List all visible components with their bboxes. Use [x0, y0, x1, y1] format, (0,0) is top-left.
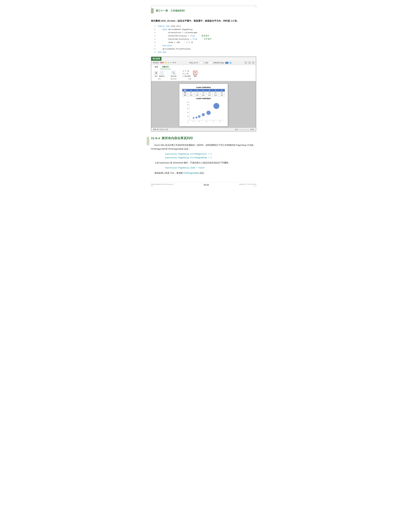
zoom-plus-icon[interactable]: + — [248, 128, 249, 131]
tab-print-preview[interactable]: 預覽列印 — [160, 65, 171, 69]
code-line-2: 2 With ActiveSheet.PageSetup — [152, 28, 256, 31]
show-margin-checkbox[interactable] — [182, 75, 184, 77]
code-text-6: .Zoom = 150 — [158, 41, 180, 44]
row-profit-5: 5000 — [212, 94, 219, 96]
row-profit-1: 1200 — [188, 94, 194, 96]
line-num-4: 4 — [152, 34, 156, 38]
next-page-button[interactable]: 下一頁 — [185, 70, 189, 72]
fit-pages-wide-ref: FitToPagesWide — [183, 172, 199, 174]
chart-title: 冰品銷售/天氣/獲利調查表 — [182, 98, 225, 100]
share-icon: 🌐 — [230, 62, 232, 64]
line-num-5: 5 — [152, 38, 156, 41]
row-profit-label: 獲利 — [182, 94, 188, 96]
close-preview-button[interactable]: 關閉 — [194, 75, 197, 77]
row-sales-2: 75 — [194, 91, 200, 94]
row-profit-4: 3200 — [206, 94, 212, 96]
page-icon: 📋 — [182, 70, 184, 72]
svg-text:400: 400 — [187, 104, 188, 105]
zoom-slider[interactable] — [239, 129, 248, 130]
group-label-preview: 預覽 — [188, 78, 191, 80]
restore-button[interactable]: □ — [248, 62, 251, 64]
bubble-2 — [196, 117, 197, 119]
row-profit-6: 7900 — [219, 94, 225, 96]
table-row-sales: 銷量 60 75 100 150 200 395 — [182, 91, 225, 94]
user-avatar: JH — [225, 62, 229, 64]
page-setup-button[interactable]: 📄 版面設定 — [159, 71, 165, 77]
group-label-print: 列印 — [158, 78, 161, 80]
svg-text:-100: -100 — [187, 122, 188, 122]
ribbon-btns-preview: 📋 下一頁 ⬆ 上一頁 顯示邊界 — [182, 70, 197, 77]
up-icon: ⬆ — [182, 72, 184, 75]
program-example-desc: ：設定水平置中、垂直置中、紙張是水平方向，列印是 1.5 倍。 — [175, 20, 239, 22]
code-line-5: 5 .CenterHorizontally = True ' 水平置中 — [152, 38, 256, 41]
prev-page-button[interactable]: 上一頁 — [184, 72, 188, 75]
svg-text:20: 20 — [199, 121, 200, 122]
body-text-1: Excel VBA 也允許將工作表所有內容濃縮在一頁列印，這時需要執行下列工作表… — [151, 143, 256, 151]
close-button[interactable]: × — [252, 62, 254, 64]
svg-text:300: 300 — [187, 108, 188, 109]
line-num-6: 6 — [152, 41, 156, 44]
page-info: 預覽: 第 1 頁 (共 1 頁) — [153, 128, 168, 131]
row-sales-4: 150 — [206, 91, 212, 94]
ribbon-group-zoom: 🔍 顯示比例 顯示比例 — [171, 71, 179, 80]
row-profit-2: 1500 — [194, 94, 200, 96]
search-box[interactable]: 🔍 搜尋 — [200, 62, 212, 64]
print-icon: 🖨 — [154, 71, 158, 75]
corner-tr — [253, 6, 256, 8]
toolbar-icons: 📁 ↩ ↪ — [165, 61, 172, 64]
table-header-5: 30 — [212, 89, 219, 91]
bubble-6 — [213, 103, 219, 109]
bubble-1 — [193, 117, 195, 119]
chart-area: 冰品銷售/天氣/獲利調查表 0 100 200 300 400 500 — [182, 98, 225, 124]
row-sales-6: 395 — [219, 91, 225, 94]
print-button[interactable]: 🖨 列印 — [154, 71, 158, 77]
corner-tl — [151, 6, 154, 8]
group-label-zoom: 顯示比例 — [171, 78, 176, 80]
minimize-button[interactable]: — — [245, 62, 247, 64]
code-text-4: .CenterVertically = True — [158, 34, 195, 38]
line-num-9: 9 — [152, 51, 156, 54]
zoom-icon: 🔍 — [172, 71, 176, 75]
user-name: JinKwei Hung — [213, 62, 224, 64]
tab-file[interactable]: 檔案 — [153, 65, 160, 69]
zoom-bar: 放大 + 100% — [235, 128, 254, 131]
line-num-7: 7 — [152, 44, 156, 48]
bubble-4 — [202, 113, 205, 116]
bubble-3 — [198, 115, 201, 118]
titlebar-right: — □ × — [245, 62, 254, 64]
code-text-9: End Sub — [158, 51, 166, 54]
line-num-8: 8 — [152, 48, 156, 51]
table-header-2: 15 — [194, 89, 200, 91]
code-line-4: 4 .CenterVertically = True ' 垂直置中 — [152, 34, 256, 38]
titlebar-left: 自動儲存 ●關閉 📁 ↩ ↪ ⚙ ▼ — [153, 61, 176, 64]
section-accent — [147, 137, 149, 145]
page-footer: D092-DM2425-C31-C40.indd 12 31-12 2024/3… — [151, 182, 256, 186]
code-line-fit-tall: expression.PageSetup.FitToPagesTall = 1 — [159, 152, 256, 156]
ribbon: 檔案 預覽列印 🖨 列印 📄 版面設定 — [151, 65, 256, 81]
code-line-7: 7 End With — [152, 44, 256, 48]
row-profit-3: 2000 — [200, 94, 206, 96]
code-text-3: .Orientation = xlLandscape — [158, 31, 197, 34]
ribbon-content: 🖨 列印 📄 版面設定 列印 🔍 — [153, 69, 254, 81]
svg-text:200: 200 — [187, 112, 188, 113]
table-title: 冰品銷售/天氣/獲利調查表 — [182, 87, 225, 88]
result-label: 執行結果 — [151, 57, 256, 61]
comment-4: ' 垂直置中 — [199, 34, 209, 38]
chapter-accent — [151, 8, 154, 13]
preview-page: 冰品銷售/天氣/獲利調查表 氣溫 10 15 20 25 30 35 — [180, 84, 228, 126]
table-header-4: 25 — [206, 89, 212, 91]
svg-text:500: 500 — [187, 102, 188, 103]
table-header-3: 20 — [200, 89, 206, 91]
code-section-1: expression.PageSetup.FitToPagesTall = 1 … — [159, 152, 256, 159]
page-setup-icon: 📄 — [160, 71, 164, 75]
svg-text:0: 0 — [188, 120, 188, 121]
result-label-text: 執行結果 — [151, 57, 162, 61]
data-table: 氣溫 10 15 20 25 30 35 銷量 60 — [182, 89, 225, 96]
svg-text:100: 100 — [187, 116, 188, 117]
code-line-3: 3 .Orientation = xlLandscape — [152, 31, 256, 34]
zoom-button[interactable]: 🔍 顯示比例 — [171, 71, 176, 77]
ribbon-btns-zoom: 🔍 顯示比例 — [171, 71, 176, 77]
program-example-name: 程式實例 ch31_15.xlsm — [151, 20, 176, 22]
auto-save-label: 自動儲存 ●關閉 — [153, 62, 164, 64]
show-margin-label: 顯示邊界 — [185, 75, 191, 77]
